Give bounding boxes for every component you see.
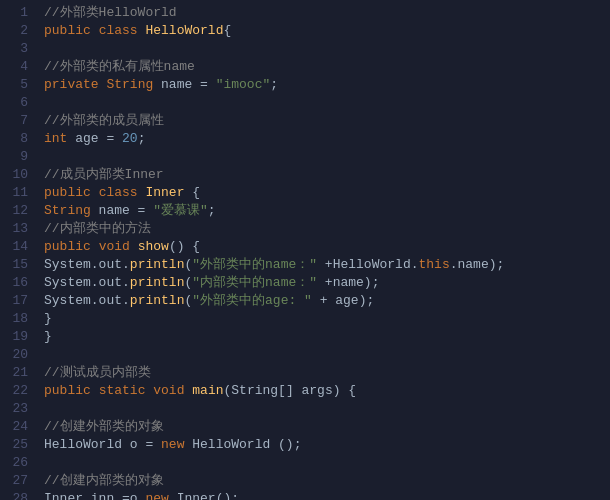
- line-number: 27: [0, 472, 28, 490]
- line-number: 23: [0, 400, 28, 418]
- plain-token: ;: [270, 77, 278, 92]
- comment-token: //外部类的私有属性name: [44, 59, 195, 74]
- line-number: 5: [0, 76, 28, 94]
- code-line: [44, 400, 610, 418]
- plain-token: }: [44, 329, 52, 344]
- plain-token: [91, 23, 99, 38]
- line-number: 10: [0, 166, 28, 184]
- code-editor: 1234567891011121314151617181920212223242…: [0, 0, 610, 500]
- code-line: HelloWorld o = new HelloWorld ();: [44, 436, 610, 454]
- code-body: 1234567891011121314151617181920212223242…: [0, 0, 610, 500]
- kw-token: public: [44, 383, 91, 398]
- kw-token: new: [161, 437, 184, 452]
- methname-token: main: [192, 383, 223, 398]
- line-number: 28: [0, 490, 28, 500]
- code-line: public static void main(String[] args) {: [44, 382, 610, 400]
- code-line: //内部类中的方法: [44, 220, 610, 238]
- methname-token: println: [130, 275, 185, 290]
- plain-token: [91, 383, 99, 398]
- code-line: [44, 346, 610, 364]
- plain-token: Inner();: [169, 491, 239, 500]
- plain-token: (String[] args) {: [224, 383, 357, 398]
- code-line: //测试成员内部类: [44, 364, 610, 382]
- str-token: "imooc": [216, 77, 271, 92]
- methname-token: show: [138, 239, 169, 254]
- classname-token: Inner: [145, 185, 184, 200]
- code-line: }: [44, 310, 610, 328]
- code-content: //外部类HelloWorldpublic class HelloWorld{ …: [36, 0, 610, 500]
- kw-token: static: [99, 383, 146, 398]
- line-number: 19: [0, 328, 28, 346]
- plain-token: System.out.: [44, 275, 130, 290]
- kw-token: class: [99, 23, 138, 38]
- code-line: int age = 20;: [44, 130, 610, 148]
- kw-token: private: [44, 77, 99, 92]
- plain-token: System.out.: [44, 293, 130, 308]
- code-line: public class Inner {: [44, 184, 610, 202]
- plain-token: System.out.: [44, 257, 130, 272]
- plain-token: +HelloWorld.: [317, 257, 418, 272]
- methname-token: println: [130, 257, 185, 272]
- line-number: 21: [0, 364, 28, 382]
- line-number: 26: [0, 454, 28, 472]
- line-number: 3: [0, 40, 28, 58]
- line-number: 25: [0, 436, 28, 454]
- kw-token: void: [153, 383, 184, 398]
- plain-token: HelloWorld o =: [44, 437, 161, 452]
- plain-token: ;: [208, 203, 216, 218]
- plain-token: [130, 239, 138, 254]
- line-number: 18: [0, 310, 28, 328]
- plain-token: }: [44, 311, 52, 326]
- str-token: "外部类中的age: ": [192, 293, 312, 308]
- code-line: [44, 94, 610, 112]
- code-line: //创建外部类的对象: [44, 418, 610, 436]
- plain-token: {: [223, 23, 231, 38]
- kw-token: void: [99, 239, 130, 254]
- str-token: "内部类中的name：": [192, 275, 317, 290]
- code-line: private String name = "imooc";: [44, 76, 610, 94]
- line-number: 7: [0, 112, 28, 130]
- comment-token: //创建外部类的对象: [44, 419, 164, 434]
- code-line: System.out.println("外部类中的name：" +HelloWo…: [44, 256, 610, 274]
- comment-token: //外部类HelloWorld: [44, 5, 177, 20]
- kw-token: public: [44, 239, 91, 254]
- plain-token: [91, 239, 99, 254]
- plain-token: .name);: [450, 257, 505, 272]
- kw-token: this: [418, 257, 449, 272]
- code-line: //外部类的私有属性name: [44, 58, 610, 76]
- classname-token: HelloWorld: [145, 23, 223, 38]
- code-line: System.out.println("内部类中的name：" +name);: [44, 274, 610, 292]
- code-line: //外部类HelloWorld: [44, 4, 610, 22]
- kw-token: public: [44, 185, 91, 200]
- line-number: 16: [0, 274, 28, 292]
- plain-token: () {: [169, 239, 200, 254]
- code-line: String name = "爱慕课";: [44, 202, 610, 220]
- plain-token: [91, 185, 99, 200]
- kw2-token: String: [106, 77, 153, 92]
- kw2-token: String: [44, 203, 91, 218]
- line-number: 6: [0, 94, 28, 112]
- comment-token: //成员内部类Inner: [44, 167, 164, 182]
- code-line: //外部类的成员属性: [44, 112, 610, 130]
- str-token: "爱慕课": [153, 203, 208, 218]
- line-number: 17: [0, 292, 28, 310]
- line-number: 4: [0, 58, 28, 76]
- line-numbers: 1234567891011121314151617181920212223242…: [0, 0, 36, 500]
- code-line: Inner inn =o.new Inner();: [44, 490, 610, 500]
- line-number: 8: [0, 130, 28, 148]
- plain-token: name =: [91, 203, 153, 218]
- comment-token: //外部类的成员属性: [44, 113, 164, 128]
- code-line: public void show() {: [44, 238, 610, 256]
- code-line: //创建内部类的对象: [44, 472, 610, 490]
- str-token: "外部类中的name：": [192, 257, 317, 272]
- code-line: }: [44, 328, 610, 346]
- code-line: System.out.println("外部类中的age: " + age);: [44, 292, 610, 310]
- plain-token: HelloWorld ();: [184, 437, 301, 452]
- line-number: 13: [0, 220, 28, 238]
- kw-token: new: [145, 491, 168, 500]
- line-number: 22: [0, 382, 28, 400]
- plain-token: + age);: [312, 293, 374, 308]
- code-line: [44, 40, 610, 58]
- plain-token: Inner inn =o.: [44, 491, 145, 500]
- code-line: public class HelloWorld{: [44, 22, 610, 40]
